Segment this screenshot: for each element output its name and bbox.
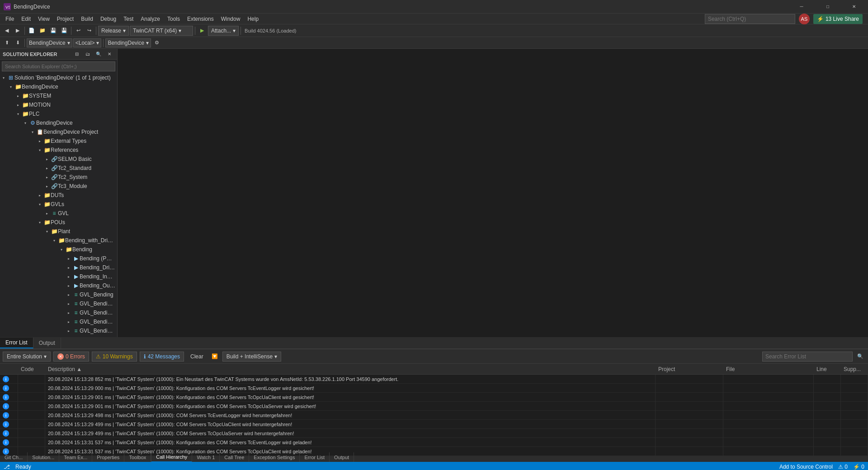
tab-git-changes[interactable]: Git Ch... xyxy=(0,452,28,462)
tab-toolbox[interactable]: Toolbox xyxy=(124,452,151,462)
tb2-settings-btn[interactable]: ⚙ xyxy=(152,38,162,48)
tab-error-list[interactable]: Error List xyxy=(0,338,33,348)
tree-item-gvlBendingHMI[interactable]: ▸≡GVL_Bending_HMI xyxy=(0,317,117,326)
tree-item-gvlBendingDrive[interactable]: ▸≡GVL_Bending_Drive xyxy=(0,308,117,317)
build-intellisense-filter[interactable]: Build + IntelliSense ▾ xyxy=(222,352,281,362)
tree-item-tc2Standard[interactable]: ▸🔗Tc2_Standard xyxy=(0,164,117,173)
tree-item-references[interactable]: ▾📁References xyxy=(0,146,117,155)
se-close[interactable]: ✕ xyxy=(104,49,114,59)
clear-button[interactable]: Clear xyxy=(187,352,207,362)
tab-solution[interactable]: Solution... xyxy=(28,452,59,462)
error-row-1[interactable]: i20.08.2024 15:13:29 000 ms | 'TwinCAT S… xyxy=(0,384,868,393)
col-description[interactable]: Description ▲ xyxy=(45,364,656,374)
tab-properties[interactable]: Properties xyxy=(92,452,124,462)
tree-item-bendingDeviceProject[interactable]: ▾⚙BendingDevice xyxy=(0,118,117,127)
tb2-btn1[interactable]: ⬆ xyxy=(2,38,12,48)
tree-item-plc[interactable]: ▾📁PLC xyxy=(0,109,117,118)
tree-item-bendingInputMap[interactable]: ▸▶Bending_InputMap xyxy=(0,272,117,281)
open-button[interactable]: 📁 xyxy=(38,26,47,36)
error-filter-button[interactable]: ✕ 0 Errors xyxy=(53,352,89,362)
tree-item-gvlBendingIOs[interactable]: ▸≡GVL_Bending_IOs xyxy=(0,326,117,335)
live-share-button[interactable]: ⚡ 13 Live Share xyxy=(813,14,863,24)
save-all-button[interactable]: 💾 xyxy=(59,26,69,36)
menu-tools[interactable]: Tools xyxy=(164,14,184,24)
device-dropdown[interactable]: BendingDevice ▾ xyxy=(27,38,72,47)
message-filter-button[interactable]: ℹ 42 Messages xyxy=(140,352,184,362)
tree-item-motion[interactable]: ▸📁MOTION xyxy=(0,100,117,109)
col-line[interactable]: Line xyxy=(814,364,841,374)
platform-dropdown[interactable]: TwinCAT RT (x64) ▾ xyxy=(130,26,193,36)
col-project[interactable]: Project xyxy=(656,364,723,374)
attach-dropdown[interactable]: Attach... ▾ xyxy=(208,26,239,36)
menu-test[interactable]: Test xyxy=(120,14,137,24)
save-button[interactable]: 💾 xyxy=(48,26,58,36)
tab-exception-settings[interactable]: Exception Settings xyxy=(249,452,300,462)
add-to-source-control[interactable]: Add to Source Control xyxy=(779,464,833,470)
forward-button[interactable]: ▶ xyxy=(13,26,23,36)
tree-item-tcmz[interactable]: ▾📁TCMZ xyxy=(0,335,117,337)
se-filter[interactable]: 🔍 xyxy=(94,49,104,59)
tab-error-list-bottom[interactable]: Error List xyxy=(300,452,330,462)
menu-project[interactable]: Project xyxy=(53,14,77,24)
tree-item-system[interactable]: ▸📁SYSTEM xyxy=(0,91,117,100)
menu-view[interactable]: View xyxy=(34,14,53,24)
tree-item-pous[interactable]: ▾📁POUs xyxy=(0,218,117,227)
maximize-button[interactable]: □ xyxy=(817,0,838,14)
error-row-3[interactable]: i20.08.2024 15:13:29 001 ms | 'TwinCAT S… xyxy=(0,402,868,411)
menu-window[interactable]: Window xyxy=(217,14,244,24)
play-button[interactable]: ▶ xyxy=(197,26,207,36)
error-search-input[interactable] xyxy=(762,352,853,362)
se-search-input[interactable] xyxy=(2,61,115,71)
tree-item-bendingPRG[interactable]: ▸▶Bending (PRG) xyxy=(0,254,117,263)
warning-filter-button[interactable]: ⚠ 10 Warnings xyxy=(92,352,137,362)
tree-item-bendingDevice[interactable]: ▾📁BendingDevice xyxy=(0,82,117,91)
filter-icon[interactable]: 🔽 xyxy=(210,352,220,362)
error-row-4[interactable]: i20.08.2024 15:13:29 498 ms | 'TwinCAT S… xyxy=(0,411,868,420)
se-collapse-all[interactable]: ⊟ xyxy=(72,49,82,59)
undo-button[interactable]: ↩ xyxy=(73,26,83,36)
search-error-list-button[interactable]: 🔍 xyxy=(855,352,865,362)
tree-item-solution[interactable]: ▾⊞Solution 'BendingDevice' (1 of 1 proje… xyxy=(0,73,117,82)
scope-dropdown[interactable]: <Local> ▾ xyxy=(73,38,102,47)
tree-item-tc2System[interactable]: ▸🔗Tc2_System xyxy=(0,173,117,182)
tree-item-bendingOutputM[interactable]: ▸▶Bending_OutputM xyxy=(0,281,117,290)
menu-analyze[interactable]: Analyze xyxy=(137,14,164,24)
se-show-files[interactable]: 🗂 xyxy=(83,49,93,59)
configuration-dropdown[interactable]: Release ▾ xyxy=(98,26,129,36)
error-row-0[interactable]: i20.08.2024 15:13:28 852 ms | 'TwinCAT S… xyxy=(0,375,868,384)
tab-team-explorer[interactable]: Team Ex... xyxy=(59,452,92,462)
col-supp[interactable]: Supp... xyxy=(841,364,868,374)
tab-watch1[interactable]: Watch 1 xyxy=(192,452,220,462)
user-avatar[interactable]: AS xyxy=(799,14,810,24)
tree-item-plant[interactable]: ▾📁Plant xyxy=(0,227,117,236)
menu-build[interactable]: Build xyxy=(77,14,97,24)
tree-item-bending[interactable]: ▾📁Bending xyxy=(0,245,117,254)
tree-item-selmoBasic[interactable]: ▸🔗SELMO Basic xyxy=(0,155,117,164)
error-row-5[interactable]: i20.08.2024 15:13:29 499 ms | 'TwinCAT S… xyxy=(0,420,868,429)
menu-edit[interactable]: Edit xyxy=(18,14,34,24)
tab-call-hierarchy[interactable]: Call Hierarchy xyxy=(151,452,192,462)
menu-debug[interactable]: Debug xyxy=(97,14,120,24)
tree-item-gvl[interactable]: ▸≡GVL xyxy=(0,209,117,218)
scope-filter[interactable]: Entire Solution ▾ xyxy=(3,352,51,362)
error-row-7[interactable]: i20.08.2024 15:13:31 537 ms | 'TwinCAT S… xyxy=(0,438,868,447)
new-project-button[interactable]: 📄 xyxy=(27,26,37,36)
error-row-6[interactable]: i20.08.2024 15:13:29 499 ms | 'TwinCAT S… xyxy=(0,429,868,438)
tree-item-bendingDriversPI[interactable]: ▸▶Bending_Drivers (PI xyxy=(0,263,117,272)
tree-item-tc3Module[interactable]: ▸🔗Tc3_Module xyxy=(0,182,117,191)
close-button[interactable]: ✕ xyxy=(844,0,864,14)
tree-item-externalTypes[interactable]: ▸📁External Types xyxy=(0,136,117,146)
tree-item-gvlBending[interactable]: ▸≡GVL_Bending xyxy=(0,290,117,299)
tab-output-bottom[interactable]: Output xyxy=(330,452,354,462)
back-button[interactable]: ◀ xyxy=(2,26,12,36)
menu-help[interactable]: Help xyxy=(244,14,262,24)
menu-extensions[interactable]: Extensions xyxy=(184,14,217,24)
menu-file[interactable]: File xyxy=(2,14,18,24)
error-row-2[interactable]: i20.08.2024 15:13:29 001 ms | 'TwinCAT S… xyxy=(0,393,868,402)
redo-button[interactable]: ↪ xyxy=(84,26,94,36)
target-dropdown[interactable]: BendingDevice ▾ xyxy=(105,38,151,47)
tree-item-gvlBendingCMZ[interactable]: ▸≡GVL_Bending_CMZ xyxy=(0,299,117,308)
tb2-btn2[interactable]: ⬇ xyxy=(13,38,23,48)
tab-call-tree[interactable]: Call Tree xyxy=(220,452,249,462)
col-code[interactable]: Code xyxy=(18,364,45,374)
